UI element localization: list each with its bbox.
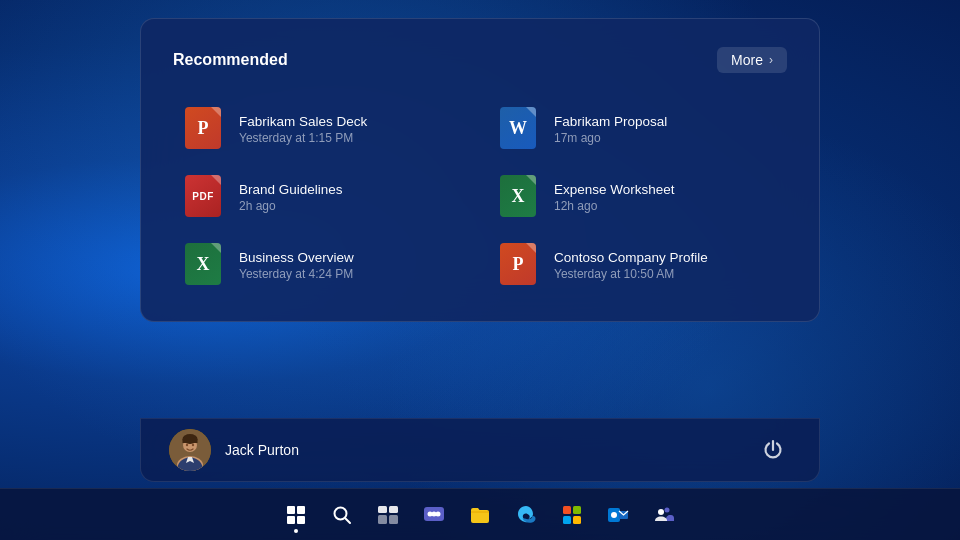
- taskbar-explorer-button[interactable]: [460, 495, 500, 535]
- edge-icon: [514, 503, 538, 527]
- file-item-brand-guidelines[interactable]: PDF Brand Guidelines 2h ago: [173, 165, 472, 229]
- svg-line-8: [346, 518, 351, 523]
- svg-rect-11: [378, 515, 387, 524]
- power-button[interactable]: [755, 432, 791, 468]
- teams-icon: [652, 503, 676, 527]
- svg-rect-18: [573, 506, 581, 514]
- file-icon-excel-2: X: [185, 243, 225, 287]
- taskbar-chat-button[interactable]: [414, 495, 454, 535]
- file-icon-ppt-2: P: [500, 243, 540, 287]
- avatar-image: [169, 429, 211, 471]
- taskview-icon: [376, 503, 400, 527]
- file-info: Brand Guidelines 2h ago: [239, 182, 460, 213]
- svg-rect-17: [563, 506, 571, 514]
- outlook-icon: [606, 503, 630, 527]
- user-info[interactable]: Jack Purton: [169, 429, 299, 471]
- explorer-icon: [468, 503, 492, 527]
- svg-point-7: [335, 507, 347, 519]
- excel-icon-2: X: [185, 243, 221, 285]
- svg-point-16: [432, 511, 437, 516]
- file-icon-pdf: PDF: [185, 175, 225, 219]
- file-info: Fabrikam Proposal 17m ago: [554, 114, 775, 145]
- file-icon-ppt: P: [185, 107, 225, 151]
- start-menu-panel: Recommended More › P Fabrikam Sales Deck…: [140, 18, 820, 322]
- svg-rect-9: [378, 506, 387, 513]
- file-info: Fabrikam Sales Deck Yesterday at 1:15 PM: [239, 114, 460, 145]
- more-label: More: [731, 52, 763, 68]
- avatar: [169, 429, 211, 471]
- search-icon: [330, 503, 354, 527]
- files-grid: P Fabrikam Sales Deck Yesterday at 1:15 …: [173, 97, 787, 297]
- taskbar: [0, 488, 960, 540]
- file-name: Fabrikam Proposal: [554, 114, 775, 129]
- pdf-icon: PDF: [185, 175, 221, 217]
- taskbar-start-button[interactable]: [276, 495, 316, 535]
- file-time: 2h ago: [239, 199, 460, 213]
- excel-icon: X: [500, 175, 536, 217]
- svg-rect-10: [389, 506, 398, 513]
- recommended-title: Recommended: [173, 51, 288, 69]
- svg-point-25: [658, 509, 664, 515]
- ppt-icon: P: [185, 107, 221, 149]
- file-item-business-overview[interactable]: X Business Overview Yesterday at 4:24 PM: [173, 233, 472, 297]
- file-name: Brand Guidelines: [239, 182, 460, 197]
- active-dot: [294, 529, 298, 533]
- file-time: Yesterday at 4:24 PM: [239, 267, 460, 281]
- file-item-expense-worksheet[interactable]: X Expense Worksheet 12h ago: [488, 165, 787, 229]
- windows-icon: [287, 506, 305, 524]
- taskbar-teams-button[interactable]: [644, 495, 684, 535]
- file-item-fabrikam-sales[interactable]: P Fabrikam Sales Deck Yesterday at 1:15 …: [173, 97, 472, 161]
- file-info: Expense Worksheet 12h ago: [554, 182, 775, 213]
- user-bar: Jack Purton: [140, 418, 820, 482]
- file-time: Yesterday at 1:15 PM: [239, 131, 460, 145]
- chat-icon: [422, 503, 446, 527]
- word-icon: W: [500, 107, 536, 149]
- svg-point-6: [192, 444, 194, 446]
- taskbar-search-button[interactable]: [322, 495, 362, 535]
- power-icon: [762, 439, 784, 461]
- file-time: Yesterday at 10:50 AM: [554, 267, 775, 281]
- file-time: 12h ago: [554, 199, 775, 213]
- more-button[interactable]: More ›: [717, 47, 787, 73]
- svg-point-22: [611, 512, 617, 518]
- store-icon: [560, 503, 584, 527]
- file-item-contoso-profile[interactable]: P Contoso Company Profile Yesterday at 1…: [488, 233, 787, 297]
- taskbar-edge-button[interactable]: [506, 495, 546, 535]
- svg-rect-4: [183, 439, 198, 443]
- user-name: Jack Purton: [225, 442, 299, 458]
- taskbar-taskview-button[interactable]: [368, 495, 408, 535]
- file-info: Contoso Company Profile Yesterday at 10:…: [554, 250, 775, 281]
- file-name: Business Overview: [239, 250, 460, 265]
- file-name: Fabrikam Sales Deck: [239, 114, 460, 129]
- file-name: Expense Worksheet: [554, 182, 775, 197]
- svg-point-5: [186, 444, 188, 446]
- file-time: 17m ago: [554, 131, 775, 145]
- taskbar-outlook-button[interactable]: [598, 495, 638, 535]
- ppt-icon-2: P: [500, 243, 536, 285]
- recommended-header: Recommended More ›: [173, 47, 787, 73]
- file-item-fabrikam-proposal[interactable]: W Fabrikam Proposal 17m ago: [488, 97, 787, 161]
- taskbar-store-button[interactable]: [552, 495, 592, 535]
- file-icon-word: W: [500, 107, 540, 151]
- svg-rect-20: [573, 516, 581, 524]
- svg-rect-19: [563, 516, 571, 524]
- svg-rect-12: [389, 515, 398, 524]
- file-name: Contoso Company Profile: [554, 250, 775, 265]
- file-info: Business Overview Yesterday at 4:24 PM: [239, 250, 460, 281]
- file-icon-excel: X: [500, 175, 540, 219]
- svg-point-24: [665, 507, 670, 512]
- chevron-right-icon: ›: [769, 53, 773, 67]
